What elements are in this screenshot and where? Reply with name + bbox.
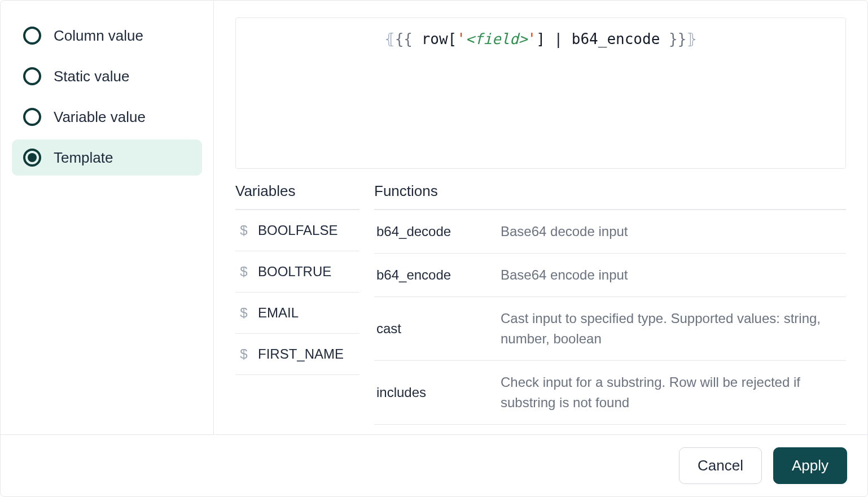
- token-row-prefix: row[: [413, 30, 457, 47]
- radio-template[interactable]: Template: [12, 139, 202, 176]
- dialog-footer: Cancel Apply: [1, 434, 867, 496]
- function-desc: Cast input to specified type. Supported …: [501, 308, 844, 349]
- radio-label: Variable value: [54, 108, 146, 126]
- token-field: <field>: [466, 30, 528, 47]
- variable-row[interactable]: $ FIRST_NAME: [235, 334, 360, 375]
- sidebar: Column value Static value Variable value…: [1, 1, 214, 434]
- cancel-button[interactable]: Cancel: [679, 447, 762, 484]
- radio-label: Template: [54, 149, 113, 167]
- main-area: Column value Static value Variable value…: [1, 1, 867, 434]
- token-quote-close: ': [528, 30, 537, 47]
- functions-header: Functions: [374, 182, 846, 210]
- function-row[interactable]: b64_encode Base64 encode input: [374, 254, 846, 297]
- radio-label: Static value: [54, 68, 129, 85]
- variable-name: BOOLTRUE: [258, 264, 331, 280]
- function-row[interactable]: cast Cast input to specified type. Suppo…: [374, 297, 846, 361]
- variables-list: $ BOOLFALSE $ BOOLTRUE $ EMAIL $: [235, 210, 360, 375]
- function-name: cast: [376, 321, 489, 337]
- radio-column-value[interactable]: Column value: [12, 18, 202, 54]
- function-desc: Check input for a substring. Row will be…: [501, 372, 844, 413]
- reference-tables: Variables $ BOOLFALSE $ BOOLTRUE $ EMAIL: [235, 182, 846, 429]
- variable-name: BOOLFALSE: [258, 223, 337, 238]
- function-name: b64_encode: [376, 267, 489, 283]
- dollar-icon: $: [240, 223, 248, 238]
- functions-column: Functions b64_decode Base64 decode input…: [374, 182, 846, 429]
- radio-icon: [23, 67, 41, 85]
- radio-icon-selected: [23, 149, 41, 167]
- variables-header: Variables: [235, 182, 360, 210]
- token-pipe: |: [554, 30, 571, 47]
- radio-label: Column value: [54, 27, 143, 45]
- token-filter: b64_encode: [572, 30, 669, 47]
- apply-button[interactable]: Apply: [773, 447, 847, 484]
- radio-static-value[interactable]: Static value: [12, 58, 202, 94]
- variable-name: EMAIL: [258, 305, 299, 321]
- dollar-icon: $: [240, 264, 248, 280]
- radio-icon: [23, 108, 41, 126]
- dollar-icon: $: [240, 346, 248, 362]
- content-area: ⦃{{ row['<field>'] | b64_encode }}⦄ Vari…: [214, 1, 867, 434]
- function-row[interactable]: b64_decode Base64 decode input: [374, 210, 846, 254]
- radio-icon: [23, 27, 41, 45]
- variable-name: FIRST_NAME: [258, 346, 344, 362]
- variable-row[interactable]: $ EMAIL: [235, 293, 360, 334]
- token-row-suffix: ]: [536, 30, 554, 47]
- token-open-brace: {{: [395, 30, 413, 47]
- bracket-left-icon: ⦃: [384, 30, 395, 47]
- variable-row[interactable]: $ BOOLFALSE: [235, 210, 360, 251]
- template-editor[interactable]: ⦃{{ row['<field>'] | b64_encode }}⦄: [235, 18, 846, 169]
- function-desc: Base64 decode input: [501, 221, 628, 242]
- bracket-right-icon: ⦄: [686, 30, 697, 47]
- function-name: b64_decode: [376, 224, 489, 239]
- function-row[interactable]: includes Check input for a substring. Ro…: [374, 361, 846, 425]
- function-row[interactable]: json Construct JSON object from key valu…: [374, 425, 846, 429]
- dialog-container: Column value Static value Variable value…: [0, 0, 868, 497]
- functions-list: b64_decode Base64 decode input b64_encod…: [374, 210, 846, 429]
- radio-variable-value[interactable]: Variable value: [12, 99, 202, 135]
- variables-column: Variables $ BOOLFALSE $ BOOLTRUE $ EMAIL: [235, 182, 360, 429]
- token-quote-open: ': [457, 30, 466, 47]
- variable-row[interactable]: $ BOOLTRUE: [235, 251, 360, 293]
- function-desc: Base64 encode input: [501, 265, 628, 285]
- function-name: includes: [376, 385, 489, 400]
- dollar-icon: $: [240, 305, 248, 321]
- token-close-brace: }}: [669, 30, 686, 47]
